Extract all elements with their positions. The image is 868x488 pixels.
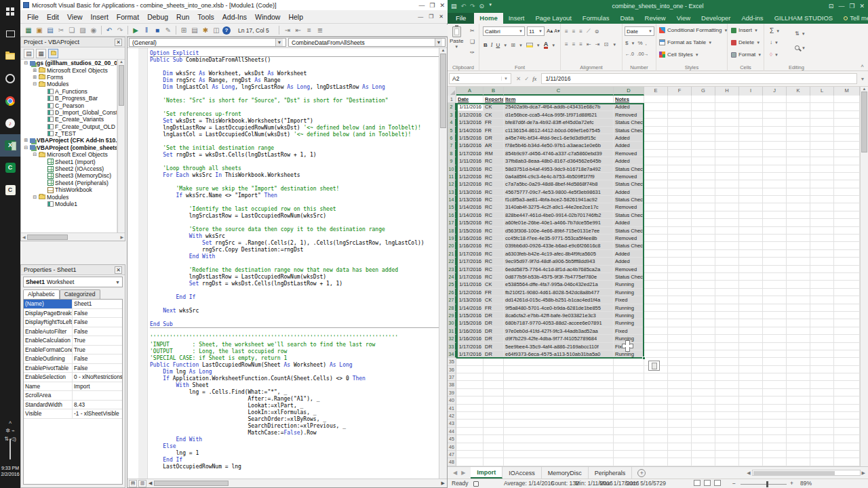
cell-I31[interactable] bbox=[739, 327, 763, 335]
cell-F24[interactable] bbox=[668, 273, 692, 281]
cell-J8[interactable] bbox=[763, 150, 787, 157]
row-header-8[interactable]: 8 bbox=[448, 150, 456, 157]
cell-K37[interactable] bbox=[787, 373, 810, 381]
sheet-tab-memorydisc[interactable]: MemoryDisc bbox=[542, 467, 589, 479]
cell-K41[interactable] bbox=[787, 405, 810, 412]
properties-object-selector[interactable]: Sheet1 Worksheet ▼ bbox=[23, 277, 123, 287]
cell-G8[interactable] bbox=[692, 150, 715, 157]
cell-J11[interactable] bbox=[763, 173, 787, 180]
cell-A10[interactable]: 1/11/2016 bbox=[456, 165, 484, 173]
cell-J43[interactable] bbox=[763, 420, 787, 427]
cell-D4[interactable]: Status Check bbox=[614, 119, 644, 126]
cell-B6[interactable]: DR bbox=[484, 134, 504, 142]
cell-J37[interactable] bbox=[763, 373, 787, 381]
menu-addins[interactable]: Add-Ins bbox=[218, 12, 251, 22]
cell-H44[interactable] bbox=[715, 428, 739, 435]
zoom-slider-thumb[interactable] bbox=[766, 481, 768, 487]
cell-B7[interactable]: AR bbox=[484, 142, 504, 149]
cell-C48[interactable] bbox=[504, 458, 614, 466]
cell-G36[interactable] bbox=[692, 366, 715, 373]
cell-M42[interactable] bbox=[834, 412, 860, 420]
cell-G33[interactable] bbox=[692, 343, 715, 350]
cell-H27[interactable] bbox=[715, 296, 739, 304]
row-header-32[interactable]: 32 bbox=[448, 335, 456, 342]
cell-B27[interactable]: CK bbox=[484, 296, 504, 304]
cell-B21[interactable]: RC bbox=[484, 250, 504, 258]
cell-M27[interactable] bbox=[834, 296, 860, 304]
cell-G40[interactable] bbox=[692, 396, 715, 404]
cell-F35[interactable] bbox=[668, 358, 692, 365]
clear-button[interactable]: ◊▼ bbox=[770, 52, 778, 58]
cell-J18[interactable] bbox=[763, 227, 787, 235]
cell-J41[interactable] bbox=[763, 405, 787, 412]
cell-E24[interactable] bbox=[644, 273, 668, 281]
property-row[interactable]: EnablePivotTableFalse bbox=[24, 364, 122, 373]
cell-M26[interactable] bbox=[834, 289, 860, 296]
cell-K32[interactable] bbox=[787, 335, 810, 342]
cell-F31[interactable] bbox=[668, 327, 692, 335]
cell-L12[interactable] bbox=[810, 180, 834, 188]
cell-F22[interactable] bbox=[668, 258, 692, 265]
cell-B12[interactable]: RC bbox=[484, 180, 504, 188]
cell-K8[interactable] bbox=[787, 150, 810, 157]
cell-G44[interactable] bbox=[692, 428, 715, 435]
cell-H39[interactable] bbox=[715, 389, 739, 396]
cell-F18[interactable] bbox=[668, 227, 692, 235]
cell-J17[interactable] bbox=[763, 219, 787, 226]
cell-A25[interactable]: 1/11/2016 bbox=[456, 281, 484, 288]
cell-H5[interactable] bbox=[715, 127, 739, 134]
row-header-31[interactable]: 31 bbox=[448, 327, 456, 335]
orientation-icon[interactable]: ⟋ bbox=[587, 28, 591, 35]
cell-I17[interactable] bbox=[739, 219, 763, 226]
bold-button[interactable]: B bbox=[484, 42, 488, 48]
cell-H14[interactable] bbox=[715, 196, 739, 203]
cell-F28[interactable] bbox=[668, 304, 692, 312]
cell-E22[interactable] bbox=[644, 258, 668, 265]
cell-D6[interactable]: Added bbox=[614, 134, 644, 142]
expand-icon[interactable]: ⊞ bbox=[23, 138, 29, 143]
cell-I44[interactable] bbox=[739, 428, 763, 435]
cell-C47[interactable] bbox=[504, 451, 614, 458]
cell-E23[interactable] bbox=[644, 266, 668, 273]
cell-J7[interactable] bbox=[763, 142, 787, 149]
cell-F17[interactable] bbox=[668, 219, 692, 226]
expand-icon[interactable]: ⊞ bbox=[32, 68, 38, 73]
cell-M28[interactable] bbox=[834, 304, 860, 312]
cell-B45[interactable] bbox=[484, 435, 504, 443]
cell-F36[interactable] bbox=[668, 366, 692, 373]
cell-F11[interactable] bbox=[668, 173, 692, 180]
cell-K28[interactable] bbox=[787, 304, 810, 312]
cell-I8[interactable] bbox=[739, 150, 763, 157]
cell-G19[interactable] bbox=[692, 235, 715, 242]
merge-center-icon[interactable]: ⊡ bbox=[604, 41, 608, 47]
cell-E9[interactable] bbox=[644, 157, 668, 165]
menu-run[interactable]: Run bbox=[172, 12, 193, 22]
cell-A20[interactable]: 1/16/2016 bbox=[456, 242, 484, 249]
cell-D45[interactable] bbox=[614, 435, 644, 443]
row-header-4[interactable]: 4 bbox=[448, 119, 456, 126]
sort-filter-button[interactable]: ⇅▼ bbox=[795, 30, 806, 37]
cell-A12[interactable]: 1/12/2016 bbox=[456, 180, 484, 188]
cell-G20[interactable] bbox=[692, 242, 715, 249]
collapse-ribbon-icon[interactable]: ˄ bbox=[861, 63, 864, 69]
cell-I38[interactable] bbox=[739, 381, 763, 388]
cell-M1[interactable] bbox=[834, 96, 860, 103]
project-vscrollbar[interactable]: ▲ bbox=[117, 60, 125, 232]
excel-restore-button[interactable]: ❐ bbox=[849, 3, 854, 9]
conditional-formatting-button[interactable]: Conditional Formatting▼ bbox=[659, 27, 728, 33]
reset-button[interactable]: ■ bbox=[152, 25, 163, 35]
settings-app-icon[interactable] bbox=[0, 67, 20, 89]
insert-object-button[interactable]: ▣ bbox=[34, 25, 45, 35]
cell-J10[interactable] bbox=[763, 165, 787, 173]
cell-B14[interactable]: RC bbox=[484, 196, 504, 203]
cell-D43[interactable] bbox=[614, 420, 644, 427]
cell-F26[interactable] bbox=[668, 289, 692, 296]
row-header-37[interactable]: 37 bbox=[448, 373, 456, 381]
column-header-F[interactable]: F bbox=[668, 87, 692, 96]
cell-I9[interactable] bbox=[739, 157, 763, 165]
cell-B5[interactable]: FR bbox=[484, 127, 504, 134]
cell-L44[interactable] bbox=[810, 428, 834, 435]
cell-D41[interactable] bbox=[614, 405, 644, 412]
cell-B42[interactable] bbox=[484, 412, 504, 420]
cell-A47[interactable] bbox=[456, 451, 484, 458]
